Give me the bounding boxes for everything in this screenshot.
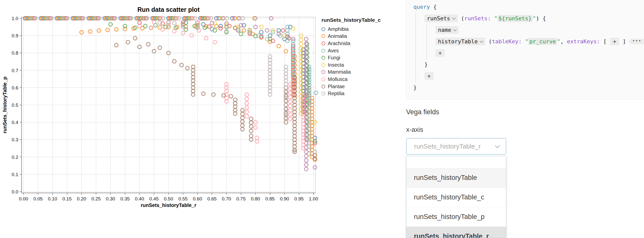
svg-text:0.55: 0.55 (178, 196, 188, 201)
y-axis-title: runSets_historyTable_p (2, 77, 8, 133)
legend-ring-icon (321, 92, 325, 95)
svg-text:0.60: 0.60 (193, 196, 202, 201)
svg-text:0.5: 0.5 (12, 102, 18, 108)
x-axis-dropdown-menu: runSets_historyTablerunSets_historyTable… (406, 156, 506, 238)
query-line: runSets (runSets: "${runSets}") { (406, 13, 644, 24)
code-token: pr_curve (528, 38, 557, 45)
svg-text:0.30: 0.30 (106, 196, 115, 201)
legend-ring-icon (321, 34, 325, 38)
code-token (522, 38, 525, 45)
legend-item: Mammalia (321, 69, 381, 76)
svg-text:0.6: 0.6 (12, 85, 18, 90)
svg-text:1.0: 1.0 (12, 16, 18, 21)
field-chip-runSets[interactable]: runSets (424, 15, 458, 22)
legend-label: Plantae (328, 84, 345, 89)
more-options-button[interactable]: ••• (629, 39, 644, 44)
legend-ring-icon (321, 49, 325, 53)
legend-item: Fungi (321, 54, 381, 61)
code-token: " (525, 38, 528, 45)
legend-label: Arachnida (328, 41, 350, 46)
code-token: { (430, 4, 437, 10)
legend-label: Fungi (328, 55, 340, 61)
query-line: name (406, 24, 644, 36)
svg-text:0.0: 0.0 (12, 189, 18, 194)
vega-fields-heading: Vega fields (406, 108, 439, 116)
legend-label: Reptilia (328, 91, 345, 96)
svg-text:1.00: 1.00 (309, 196, 318, 201)
query-line: historyTable (tableKey: "pr_curve", extr… (406, 36, 644, 47)
svg-text:0.00: 0.00 (19, 196, 28, 201)
dropdown-option-empty[interactable] (406, 156, 506, 168)
svg-text:0.85: 0.85 (265, 196, 275, 201)
legend-item: Amphibia (321, 26, 381, 33)
legend-label: Mammalia (328, 69, 351, 75)
legend-item: Reptilia (321, 90, 381, 97)
field-chip-name[interactable]: name (435, 26, 459, 34)
svg-text:0.05: 0.05 (33, 196, 43, 201)
svg-text:0.95: 0.95 (294, 196, 304, 201)
svg-text:0.10: 0.10 (48, 196, 57, 201)
code-token: ] (619, 38, 629, 45)
code-token: extraKeys: (567, 38, 600, 45)
chart-legend: runSets_historyTable_c AmphibiaAnimaliaA… (321, 17, 381, 97)
svg-text:0.8: 0.8 (12, 50, 18, 56)
legend-ring-icon (321, 56, 325, 60)
chevron-down-icon (453, 28, 457, 31)
x-axis-title: runSets_historyTable_r (141, 202, 196, 208)
add-field-button[interactable]: + (435, 49, 445, 57)
legend-ring-icon (321, 42, 325, 45)
legend-item: Plantae (321, 83, 381, 90)
svg-text:0.25: 0.25 (91, 196, 101, 201)
run-data-scatter-plot: 0.000.050.100.150.200.250.300.350.400.45… (0, 0, 336, 238)
dropdown-option-runSets_historyTable_c[interactable]: runSets_historyTable_c (406, 188, 506, 207)
code-token: } (413, 84, 417, 91)
svg-text:0.7: 0.7 (12, 68, 18, 73)
query-editor-panel: query {runSets (runSets: "${runSets}") {… (406, 0, 644, 100)
legend-label: Insecta (328, 62, 344, 68)
query-line: query { (406, 1, 644, 13)
code-token: query (413, 4, 430, 10)
legend-label: Mollusca (328, 76, 348, 82)
svg-text:0.40: 0.40 (135, 196, 144, 201)
legend-ring-icon (321, 70, 325, 74)
legend-label: Amphibia (328, 26, 349, 32)
code-token: ${runSets} (498, 15, 533, 22)
x-axis-field-label: x-axis (406, 126, 423, 134)
dropdown-option-runSets_historyTable_p[interactable]: runSets_historyTable_p (406, 207, 506, 227)
legend-item: Aves (321, 47, 381, 54)
legend-item: Insecta (321, 61, 381, 69)
code-token: tableKey: (492, 38, 522, 45)
svg-text:0.35: 0.35 (120, 196, 130, 201)
query-line: + (406, 70, 644, 82)
legend-item: Animalia (321, 33, 381, 40)
dropdown-option-runSets_historyTable[interactable]: runSets_historyTable (406, 168, 506, 188)
field-chip-historyTable[interactable]: historyTable (435, 38, 485, 45)
code-token: ( (458, 15, 464, 22)
svg-text:0.70: 0.70 (222, 196, 231, 201)
chevron-down-icon (495, 143, 500, 148)
legend-ring-icon (321, 85, 325, 88)
code-token: runSets: (464, 15, 491, 22)
legend-item: Mollusca (321, 76, 381, 83)
add-field-button[interactable]: + (610, 38, 619, 45)
add-field-button[interactable]: + (424, 72, 434, 80)
svg-text:0.75: 0.75 (236, 196, 246, 201)
svg-text:0.20: 0.20 (77, 196, 86, 201)
svg-text:0.45: 0.45 (149, 196, 159, 201)
code-token: " (494, 15, 497, 22)
svg-text:0.1: 0.1 (12, 172, 18, 177)
svg-text:0.50: 0.50 (164, 196, 173, 201)
x-axis-select-value: runSets_historyTable_r (414, 143, 496, 150)
dropdown-option-runSets_historyTable_r[interactable]: runSets_historyTable_r (406, 227, 506, 238)
code-token: , (560, 38, 567, 45)
code-token: ( (485, 38, 492, 45)
code-token: [ (600, 38, 610, 45)
chart-title: Run data scatter plot (137, 6, 200, 13)
query-line: } (406, 59, 644, 70)
code-token (491, 15, 494, 22)
code-token: " (557, 38, 560, 45)
x-axis-select[interactable]: runSets_historyTable_r (406, 138, 506, 155)
svg-text:0.9: 0.9 (12, 33, 18, 38)
scatter-plot-canvas: 0.000.050.100.150.200.250.300.350.400.45… (0, 0, 336, 220)
code-token: } (424, 61, 428, 68)
